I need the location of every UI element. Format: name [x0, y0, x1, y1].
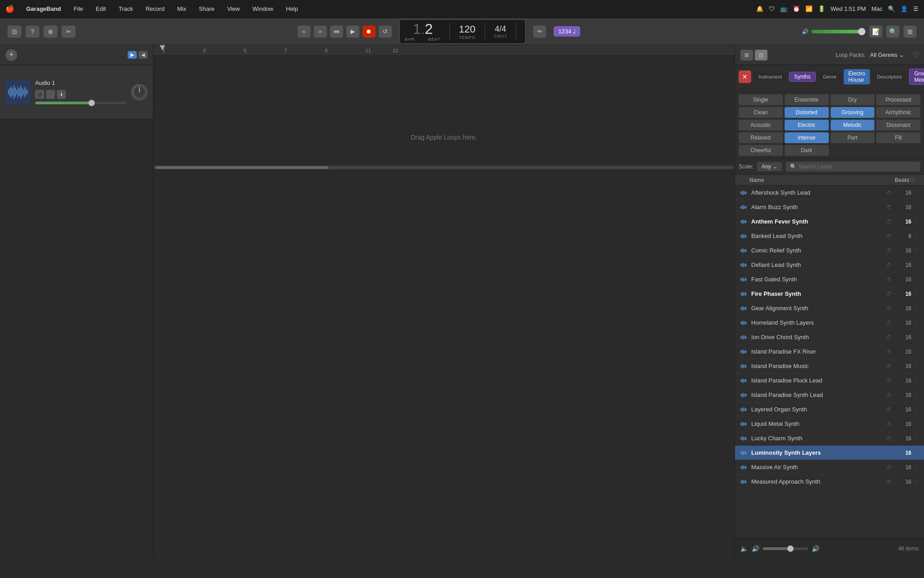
desc-btn-electric[interactable]: Electric	[785, 120, 829, 131]
scale-selector[interactable]: Any ⌄	[757, 162, 782, 171]
desc-btn-cheerful[interactable]: Cheerful	[739, 145, 783, 156]
loop-view-list-btn[interactable]: |||	[755, 50, 767, 61]
menu-view[interactable]: View	[225, 5, 243, 13]
loop-item[interactable]: Fire Phaser Synth⏱16♡	[735, 287, 924, 301]
menu-mix[interactable]: Mix	[175, 5, 189, 13]
desc-btn-ensemble[interactable]: Ensemble	[785, 94, 829, 105]
filter-genre-tag[interactable]: Electro House	[844, 69, 869, 84]
desc-btn-single[interactable]: Single	[739, 94, 783, 105]
desc-btn-relaxed[interactable]: Relaxed	[739, 132, 783, 143]
track-volume-slider[interactable]	[35, 102, 127, 104]
loop-item[interactable]: Island Paradise FX Riser⏱16♡	[735, 345, 924, 359]
desc-btn-acoustic[interactable]: Acoustic	[739, 120, 783, 131]
loop-item[interactable]: Alarm Buzz Synth⏱16♡	[735, 200, 924, 214]
add-track-button[interactable]: +	[5, 49, 17, 61]
track-solo-btn[interactable]: ⬇	[57, 90, 66, 99]
count-in-btn[interactable]: 1234 ♩	[554, 26, 580, 37]
smart-controls-btn[interactable]: ⊕	[43, 25, 58, 38]
menu-track[interactable]: Track	[116, 5, 136, 13]
search-icon[interactable]: 🔍	[888, 5, 895, 12]
app-name[interactable]: GarageBand	[23, 5, 64, 13]
loop-favorite-icon[interactable]: ♡	[911, 219, 920, 225]
loop-list[interactable]: Aftershock Synth Lead⏱16♡ Alarm Buzz Syn…	[735, 186, 924, 538]
loop-favorite-icon[interactable]: ♡	[911, 421, 920, 427]
menu-edit[interactable]: Edit	[93, 5, 108, 13]
desc-btn-clean[interactable]: Clean	[739, 107, 783, 118]
loop-favorite-icon[interactable]: ♡	[911, 233, 920, 239]
loop-favorite-icon[interactable]: ♡	[911, 479, 920, 485]
loop-item[interactable]: Anthem Fever Synth⏱16♡	[735, 214, 924, 229]
menu-window[interactable]: Window	[250, 5, 276, 13]
scissors-btn[interactable]: ✂	[61, 25, 76, 38]
loop-packs-selector[interactable]: All Genres ⌄	[870, 51, 904, 58]
desc-btn-fill[interactable]: Fill	[876, 132, 920, 143]
loop-item[interactable]: Fast Gated Synth⏱16♡	[735, 272, 924, 287]
note-pad-btn[interactable]: 📝	[869, 25, 882, 38]
volume-bar[interactable]	[811, 30, 865, 33]
desc-btn-distorted[interactable]: Distorted	[785, 107, 829, 118]
loop-favorite-icon[interactable]: ♡	[911, 349, 920, 355]
track-record-btn[interactable]: ⚫	[35, 90, 44, 99]
loop-item[interactable]: Measured Approach Synth⏱16♡	[735, 475, 924, 489]
loop-item[interactable]: Gear Alignment Synth⏱16♡	[735, 301, 924, 316]
loop-favorite-icon[interactable]: ♡	[911, 247, 920, 254]
menu-notification-icon[interactable]: 🔔	[756, 5, 763, 12]
library-btn[interactable]: ⊟	[7, 25, 22, 38]
loop-item[interactable]: Island Paradise Synth Lead⏱16♡	[735, 388, 924, 402]
loop-favorite-icon[interactable]: ♡	[911, 334, 920, 340]
desc-btn-dissonant[interactable]: Dissonant	[876, 120, 920, 131]
browser-btn[interactable]: 🔍	[886, 25, 900, 38]
speaker-icon[interactable]: 🔊	[812, 545, 819, 552]
track-mode-btn[interactable]: ▶	[128, 51, 137, 59]
pencil-tool-btn[interactable]: ✏	[533, 25, 546, 38]
loop-item[interactable]: Ion Drive Chord Synth⏱16♡	[735, 330, 924, 345]
favorites-heart-icon[interactable]: ♡	[912, 51, 919, 59]
loop-favorite-icon[interactable]: ♡	[911, 363, 920, 369]
smart-controls-right-btn[interactable]: ⊞	[903, 25, 917, 38]
loop-favorite-icon[interactable]: ♡	[911, 406, 920, 413]
search-input[interactable]	[799, 163, 916, 170]
timeline-scroll-track[interactable]	[155, 166, 733, 169]
cycle-btn[interactable]: ↺	[379, 25, 392, 38]
volume-down-icon[interactable]: 🔈	[740, 545, 748, 552]
loop-item[interactable]: Lucky Charm Synth⏱16♡	[735, 431, 924, 446]
filter-descriptors-tag[interactable]: Grooving, Melodic	[909, 69, 924, 85]
empty-lane[interactable]: Drag Apple Loops here.	[153, 110, 735, 164]
apple-icon[interactable]: 🍎	[5, 5, 14, 13]
loop-item[interactable]: Liquid Metal Synth⏱16♡	[735, 417, 924, 431]
play-btn[interactable]: ▶	[346, 25, 360, 38]
desc-btn-part[interactable]: Part	[831, 132, 875, 143]
menu-record[interactable]: Record	[143, 5, 167, 13]
track-pan-knob[interactable]	[131, 84, 148, 100]
filter-clear-btn[interactable]: ✕	[739, 70, 751, 83]
desc-btn-intense[interactable]: Intense	[785, 132, 829, 143]
track-mute-btn[interactable]: 🎧	[46, 90, 55, 99]
record-btn[interactable]: ⏺	[362, 25, 376, 38]
loop-favorite-icon[interactable]: ♡	[911, 262, 920, 268]
loop-favorite-icon[interactable]: ♡	[911, 204, 920, 210]
menu-help[interactable]: Help	[283, 5, 301, 13]
timeline-scrollbar[interactable]	[153, 164, 735, 170]
master-volume[interactable]: 🔊	[802, 28, 865, 35]
timeline-scroll-thumb[interactable]	[155, 166, 328, 169]
loop-view-grid-btn[interactable]: ⊞	[740, 50, 753, 61]
loop-favorite-icon[interactable]: ♡	[911, 190, 920, 196]
loop-item[interactable]: Massive Air Synth⏱16♡	[735, 460, 924, 475]
loop-favorite-icon[interactable]: ♡	[911, 320, 920, 326]
desc-btn-grooving[interactable]: Grooving	[831, 107, 875, 118]
filter-synths-tag[interactable]: Synths	[789, 72, 816, 82]
desc-btn-arrhythmic[interactable]: Arrhythmic	[876, 107, 920, 118]
loop-favorite-icon[interactable]: ♡	[911, 435, 920, 442]
loop-item[interactable]: Island Paradise Music⏱16♡	[735, 359, 924, 373]
loop-item[interactable]: Layered Organ Synth⏱16♡	[735, 402, 924, 417]
loop-item[interactable]: Banked Lead Synth⏱8♡	[735, 229, 924, 243]
control-strip-icon[interactable]: ☰	[913, 5, 919, 12]
fast-forward-btn[interactable]: »	[314, 25, 327, 38]
loop-item[interactable]: Island Paradise Pluck Lead⏱16♡	[735, 373, 924, 388]
volume-up-icon[interactable]: 🔊	[752, 545, 759, 552]
search-box[interactable]: 🔍	[785, 162, 920, 172]
loop-favorite-icon[interactable]: ♡	[911, 450, 920, 456]
loop-item[interactable]: Homeland Synth Layers⏱16♡	[735, 316, 924, 330]
preview-volume-slider[interactable]	[763, 547, 808, 550]
loop-favorite-icon[interactable]: ♡	[911, 464, 920, 471]
